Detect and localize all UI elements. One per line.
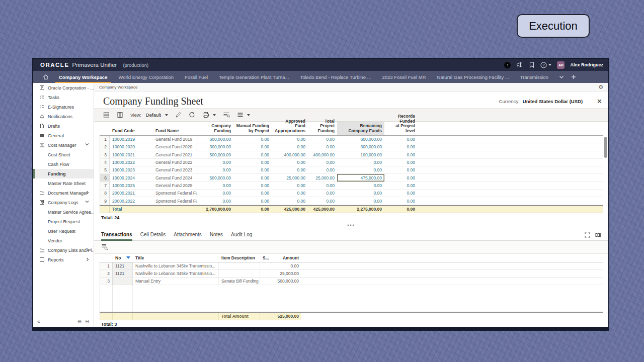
sidebar-item-tasks[interactable]: Tasks — [33, 93, 94, 102]
zoom-out-icon[interactable]: ⊖ — [85, 318, 90, 325]
remaining-company-funds-cell[interactable]: 0.00 — [337, 159, 384, 166]
gear-icon[interactable]: ⚙ — [598, 84, 603, 90]
fund-code-link[interactable]: 10000.2020 — [110, 143, 153, 150]
col-total-project-funding[interactable]: Total ProjectFunding — [308, 119, 337, 135]
workspace-tab[interactable]: Fossil Fuel — [179, 71, 213, 83]
remaining-company-funds-cell[interactable]: 475,000.00 — [337, 174, 384, 181]
workspace-tab[interactable]: 2023 Fossil Fuel MR — [376, 71, 431, 83]
detail-tab[interactable]: Attachments — [174, 232, 202, 240]
detail-tab[interactable]: Notes — [210, 232, 223, 240]
sidebar-item-oracle-corporation[interactable]: Oracle Corporation - ... — [33, 83, 94, 93]
workspace-tab[interactable]: Toledo Bend - Replace Turbine ... — [294, 71, 376, 83]
home-tab[interactable] — [38, 71, 53, 83]
funding-row[interactable]: 8 20000.2021 Sponsored Federal Fun... 0.… — [100, 190, 603, 197]
col-title[interactable]: Title — [133, 254, 219, 262]
manual-funding-cell[interactable]: 0.00 — [233, 197, 272, 204]
company-funding-cell[interactable]: 300,000.00 — [197, 143, 233, 150]
detail-tab[interactable]: Audit Log — [231, 232, 252, 240]
edit-button[interactable] — [175, 112, 182, 118]
add-tab-icon[interactable] — [571, 74, 576, 79]
fund-code-link[interactable]: 10000.2025 — [110, 182, 153, 189]
col-amount[interactable]: Amount — [271, 254, 301, 262]
approved-fund-cell[interactable]: 0.00 — [272, 136, 308, 143]
col-manual-funding[interactable]: Manual Fundingby Project — [233, 124, 272, 135]
sidebar-item-drafts[interactable]: Drafts — [33, 121, 94, 131]
user-avatar[interactable]: AR — [557, 61, 565, 69]
company-funding-cell[interactable]: 500,000.00 — [197, 151, 233, 158]
company-funding-cell[interactable]: 0.00 — [197, 182, 233, 189]
manual-funding-cell[interactable]: 0.00 — [233, 174, 272, 181]
fund-code-link[interactable]: 10000.2023 — [110, 166, 153, 173]
workspace-tab[interactable]: World Energy Corporation — [113, 71, 179, 83]
sidebar-item-funding[interactable]: Funding — [33, 169, 94, 178]
sidebar-item-e-signatures[interactable]: E-Signatures — [33, 102, 94, 112]
detail-tab[interactable]: Transactions — [101, 232, 132, 240]
funding-row[interactable]: 4 10000.2022 General Fund 2022 0.00 0.00… — [100, 159, 603, 166]
fund-code-link[interactable]: 10000.2021 — [110, 151, 153, 158]
approved-fund-cell[interactable]: 0.00 — [272, 190, 308, 197]
chevron-right-icon[interactable] — [86, 191, 89, 195]
approved-fund-cell[interactable]: 400,000.00 — [272, 151, 308, 158]
records-funded-cell[interactable]: 0.00 — [384, 151, 418, 158]
sidebar-item-vendor[interactable]: Vendor — [33, 236, 94, 245]
company-funding-cell[interactable]: 0.00 — [197, 190, 233, 197]
col-item-description[interactable]: Item Description — [219, 254, 260, 262]
col-fund-code[interactable]: Fund Code — [110, 129, 153, 135]
fund-code-link[interactable]: 10000.2022 — [110, 159, 153, 166]
chevron-down-icon[interactable] — [85, 143, 89, 146]
chevron-right-icon[interactable] — [86, 257, 89, 261]
bookmark-icon[interactable] — [528, 62, 535, 68]
approved-fund-cell[interactable]: 0.00 — [272, 166, 308, 173]
help-menu[interactable]: ? — [540, 62, 551, 68]
sidebar-item-cost-manager[interactable]: $ Cost Manager — [33, 140, 94, 150]
approved-fund-cell[interactable]: 0.00 — [272, 143, 308, 150]
approved-fund-cell[interactable]: 0.00 — [272, 182, 308, 189]
sidebar-item-cash-flow[interactable]: Cash Flow — [33, 159, 94, 169]
company-funding-cell[interactable]: 0.00 — [197, 197, 233, 204]
sidebar-item-project-request[interactable]: Project Request — [33, 217, 94, 226]
remaining-company-funds-cell[interactable]: 300,000.00 — [337, 143, 384, 150]
sidebar-item-master-rate-sheet[interactable]: Master Rate Sheet — [33, 178, 94, 188]
filter-list-icon[interactable] — [101, 244, 108, 250]
transaction-row[interactable]: 2 1121 Nashville to Lebanon 345kv Transm… — [100, 270, 603, 278]
view-selector[interactable]: View: Default — [130, 112, 168, 118]
zoom-in-icon[interactable]: ⊕ — [77, 318, 82, 325]
upgrade-icon[interactable]: ↑ — [504, 62, 511, 68]
total-project-funding-cell[interactable]: 0.00 — [308, 136, 337, 143]
dock-right-icon[interactable] — [595, 232, 601, 238]
fund-code-link[interactable]: 20000.2021 — [110, 190, 153, 197]
workspace-tab[interactable]: Company Workspace — [53, 71, 113, 83]
approved-fund-cell[interactable]: 0.00 — [272, 159, 308, 166]
funding-row[interactable]: 6 10000.2024 General Fund 2024 500,000.0… — [100, 174, 603, 182]
total-project-funding-cell[interactable]: 0.00 — [308, 190, 337, 197]
panel-split-handle[interactable]: ••• — [94, 222, 608, 229]
records-funded-cell[interactable]: 0.00 — [384, 182, 418, 189]
remaining-company-funds-cell[interactable]: 600,000.00 — [337, 136, 384, 143]
funding-row[interactable]: 7 10000.2025 General Fund 2025 0.00 0.00… — [100, 182, 603, 190]
total-project-funding-cell[interactable]: 0.00 — [308, 197, 337, 204]
records-funded-cell[interactable]: 0.00 — [384, 166, 418, 173]
manual-funding-cell[interactable]: 0.00 — [233, 143, 272, 150]
fund-code-link[interactable]: 10000.2024 — [110, 174, 153, 181]
print-button[interactable] — [202, 112, 216, 118]
transaction-row[interactable]: 1 1121 Nashville to Lebanon 345kv Transm… — [100, 262, 603, 270]
manual-funding-cell[interactable]: 0.00 — [233, 190, 272, 197]
collapse-sidebar-icon[interactable]: « — [37, 319, 40, 324]
sidebar-item-company-logs[interactable]: Company Logs — [33, 198, 94, 207]
manual-funding-cell[interactable]: 0.00 — [233, 151, 272, 158]
vertical-scrollbar-thumb[interactable] — [604, 137, 607, 158]
manual-funding-cell[interactable]: 0.00 — [233, 182, 272, 189]
company-funding-cell[interactable]: 500,000.00 — [197, 174, 233, 181]
total-project-funding-cell[interactable]: 0.00 — [308, 143, 337, 150]
workspace-tab[interactable]: Temple Generation Plant Turna... — [213, 71, 294, 83]
split-columns-button[interactable] — [117, 112, 123, 118]
menu-button[interactable] — [237, 112, 250, 118]
chevron-right-icon[interactable] — [86, 248, 89, 252]
workspace-tab[interactable]: Transmission — [515, 71, 554, 83]
tab-overflow-chevron-icon[interactable] — [559, 75, 564, 79]
workspace-tab[interactable]: Natural Gas Processing Facility ... — [432, 71, 515, 83]
remaining-company-funds-cell[interactable]: 0.00 — [337, 182, 384, 189]
transaction-row[interactable]: 3 Manual Entry Senate Bill Funding 500,0… — [100, 278, 603, 285]
expand-icon[interactable] — [585, 232, 590, 238]
sidebar-item-company-lists[interactable]: Company Lists and Pi... — [33, 245, 94, 255]
